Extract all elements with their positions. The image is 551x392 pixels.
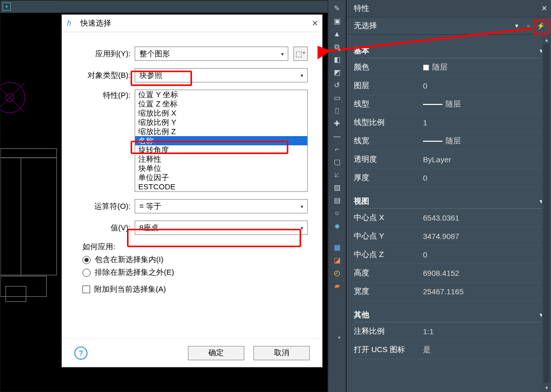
list-item: 缩放比例 Y [135, 118, 307, 127]
cancel-button[interactable]: 取消 [253, 346, 310, 360]
tool-icon[interactable]: ◈ [332, 221, 342, 231]
list-item: 单位因子 [135, 173, 307, 182]
list-item: 位置 Z 坐标 [135, 99, 307, 108]
close-icon[interactable]: × [312, 17, 318, 29]
section-header-view[interactable]: 视图▼ [354, 194, 547, 209]
tool-icon[interactable]: ◩ [332, 67, 342, 77]
tool-icon[interactable]: ◪ [332, 255, 342, 265]
tool-icon[interactable]: ▦ [332, 242, 342, 252]
howto-label: 如何应用: [82, 242, 308, 252]
tool-icon[interactable]: ▰ [332, 280, 342, 291]
nav-up-icon[interactable]: ▴ [338, 46, 344, 52]
chevron-down-icon[interactable]: ▼ [514, 23, 519, 29]
svg-rect-8 [6, 286, 26, 301]
section-header-basic[interactable]: 基本▼ [354, 44, 547, 58]
radio-include[interactable]: 包含在新选择集内(I) [82, 255, 308, 265]
list-item-selected: 名称 [135, 136, 307, 145]
properties-body: 基本▼ 颜色 随层 图层0 线型随层 线型比例1 线宽随层 透明度ByLayer… [347, 35, 551, 392]
tool-icon[interactable]: ⌐ [332, 144, 342, 154]
list-item: 缩放比例 Z [135, 127, 307, 136]
tool-icon[interactable]: ⌷ [332, 105, 342, 116]
value-combo[interactable]: 8座桌▾ [135, 221, 308, 235]
tool-icon[interactable]: ↺ [332, 80, 342, 90]
list-item: ESTCODE [135, 182, 307, 191]
tool-icon[interactable]: ✎ [332, 3, 342, 13]
operator-label: 运算符(O): [76, 202, 131, 211]
tool-icon[interactable]: ▢ [332, 157, 342, 167]
pick-objects-button[interactable]: ⬚⁺ [293, 47, 308, 61]
properties-listbox[interactable]: 位置 Y 坐标 位置 Z 坐标 缩放比例 X 缩放比例 Y 缩放比例 Z 名称 … [135, 90, 308, 192]
tool-icon[interactable]: ✚ [332, 118, 342, 128]
vertical-toolbar: ✎ ▣ ▲ ⧉ ◧ ◩ ↺ ▭ ⌷ ✚ — ⌐ ▢ ⟀ ▨ ▤ ○ ◈ ▦ ◪ … [328, 0, 346, 392]
radio-exclude[interactable]: 排除在新选择集之外(E) [82, 268, 308, 277]
help-button[interactable]: ? [74, 346, 88, 360]
append-checkbox[interactable]: 附加到当前选择集(A) [82, 285, 308, 294]
quick-select-icon[interactable]: ⚡ [536, 21, 546, 31]
tool-icon[interactable]: ◴ [332, 268, 342, 278]
value-label: 值(V): [76, 223, 131, 233]
list-item: 缩放比例 X [135, 108, 307, 118]
tool-icon[interactable]: ○ [332, 208, 342, 218]
tool-icon[interactable]: — [332, 131, 342, 141]
section-header-other[interactable]: 其他▼ [354, 308, 547, 322]
apply-to-label: 应用到(Y): [76, 49, 131, 59]
cad-tabbar: + [1, 1, 328, 13]
svg-rect-4 [1, 148, 57, 158]
new-tab-icon[interactable]: + [3, 3, 11, 11]
list-item: 注释性 [135, 155, 307, 164]
tool-icon[interactable]: ▣ [332, 16, 342, 26]
panel-title: 特性 [354, 4, 369, 13]
tool-icon[interactable]: ▨ [332, 182, 342, 192]
tool-icon[interactable]: ▲ [332, 29, 342, 39]
dialog-title: 快速选择 [80, 18, 111, 28]
nav-down-icon[interactable]: ▾ [338, 335, 344, 340]
svg-rect-5 [1, 158, 57, 275]
close-icon[interactable]: × [541, 3, 547, 14]
tool-icon[interactable]: ⟀ [332, 169, 342, 180]
svg-point-0 [1, 82, 25, 113]
svg-line-3 [1, 83, 24, 112]
scrollbar[interactable]: ▴▾ [542, 35, 551, 392]
object-type-combo[interactable]: 块参照▾ [135, 68, 308, 82]
apply-to-combo[interactable]: 整个图形▾ [135, 47, 288, 61]
properties-label: 特性(P): [76, 90, 131, 100]
tool-icon[interactable]: ▭ [332, 93, 342, 103]
list-item: 块单位 [135, 164, 307, 173]
properties-panel: 特性 × 无选择 ▼ ▫ ⚡ 基本▼ 颜色 随层 图层0 线型随层 线型比例1 … [346, 0, 551, 392]
quick-select-dialog: h 快速选择 × 应用到(Y): 整个图形▾ ⬚⁺ 对象类型(B): 块参照▾ … [61, 14, 323, 367]
operator-combo[interactable]: = 等于▾ [135, 199, 308, 213]
tool-icon[interactable]: ▤ [332, 195, 342, 205]
object-type-label: 对象类型(B): [76, 71, 131, 80]
list-item: 旋转角度 [135, 145, 307, 155]
selection-label: 无选择 [354, 21, 377, 31]
select-icon[interactable]: ▫ [523, 21, 534, 31]
tool-icon[interactable]: ◧ [332, 54, 342, 64]
dialog-logo-icon: h [67, 19, 76, 28]
list-item: 位置 Y 坐标 [135, 90, 307, 99]
ok-button[interactable]: 确定 [188, 346, 244, 360]
svg-line-2 [1, 83, 24, 112]
prop-row: 颜色 随层 [354, 58, 547, 77]
